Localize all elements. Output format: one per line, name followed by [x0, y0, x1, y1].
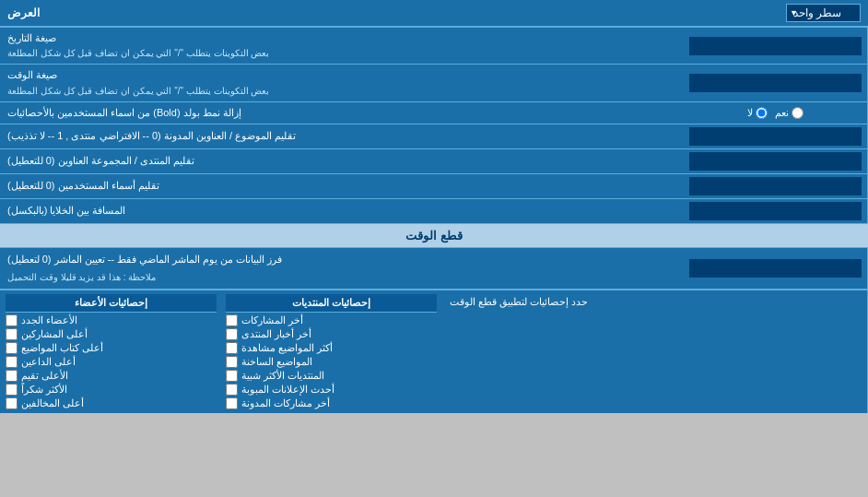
time-format-input[interactable]: H:i: [689, 74, 862, 92]
forum-limit-row: 33 تقليم المنتدى / المجموعة العناوين (0 …: [0, 149, 868, 174]
cut-time-label: فرز البيانات من يوم الماشر الماضي فقط --…: [0, 248, 684, 289]
display-select[interactable]: سطر واحد سطرين ثلاثة أسطر: [786, 4, 861, 22]
cell-spacing-input-wrapper[interactable]: 2: [684, 199, 868, 223]
checkbox-item[interactable]: أعلى الداعين: [6, 356, 217, 368]
topics-limit-input-wrapper[interactable]: 33: [684, 124, 868, 148]
checkbox-item[interactable]: المواضيع الساخنة: [226, 356, 437, 368]
checkbox-akthar-shokra[interactable]: [6, 384, 18, 396]
radio-no-label[interactable]: لا: [747, 107, 768, 119]
topics-limit-row: 33 تقليم الموضوع / العناوين المدونة (0 -…: [0, 124, 868, 149]
forum-stats-col: إحصائيات المنتديات أخر المشاركات أخر أخب…: [226, 294, 437, 409]
cut-time-input[interactable]: 0: [689, 259, 862, 278]
main-container: سطر واحد سطرين ثلاثة أسطر ▼ العرض d-m صي…: [0, 0, 868, 413]
date-format-row: d-m صيغة التاريخ بعض التكوينات يتطلب "/"…: [0, 28, 868, 65]
member-stats-col: إحصائيات الأعضاء الأعضاء الجدد أعلى المش…: [6, 294, 217, 409]
forum-limit-input[interactable]: 33: [689, 152, 862, 171]
cut-time-row: 0 فرز البيانات من يوم الماشر الماضي فقط …: [0, 248, 868, 290]
cell-spacing-row: 2 المسافة بين الخلايا (بالبكسل): [0, 199, 868, 224]
cut-time-input-wrapper[interactable]: 0: [684, 248, 868, 289]
cut-time-section-header: قطع الوقت: [0, 224, 868, 248]
checkbox-akhar-akhbar[interactable]: [226, 328, 238, 340]
checkbox-a3la-msharkeen[interactable]: [6, 328, 18, 340]
checkboxes-container: إحصائيات المنتديات أخر المشاركات أخر أخب…: [0, 290, 442, 413]
topics-limit-label: تقليم الموضوع / العناوين المدونة (0 -- ا…: [0, 124, 684, 148]
checkbox-akthar-mshahada[interactable]: [226, 342, 238, 354]
checkbox-mwadhe3-sakhina[interactable]: [226, 356, 238, 368]
topics-limit-input[interactable]: 33: [689, 127, 862, 146]
time-format-row: H:i صيغة الوقت بعض التكوينات يتطلب "/" ا…: [0, 65, 868, 101]
checkbox-a3la-kottab[interactable]: [6, 342, 18, 354]
checkbox-item[interactable]: أكثر المواضيع مشاهدة: [226, 342, 437, 354]
page-title: العرض: [7, 6, 40, 19]
checkbox-item[interactable]: أحدث الإعلانات المبوبة: [226, 384, 437, 396]
time-format-input-wrapper[interactable]: H:i: [684, 65, 868, 101]
checkbox-item[interactable]: الأعضاء الجدد: [6, 314, 217, 326]
checkbox-a3la-daaeen[interactable]: [6, 356, 18, 368]
checkbox-i3lanat[interactable]: [226, 384, 238, 396]
bold-remove-radio-group[interactable]: نعم لا: [684, 102, 868, 124]
forum-stats-title: إحصائيات المنتديات: [226, 294, 437, 313]
radio-yes[interactable]: [792, 107, 803, 119]
bold-remove-row: نعم لا إزالة نمط بولد (Bold) من اسماء ال…: [0, 102, 868, 124]
cell-spacing-label: المسافة بين الخلايا (بالبكسل): [0, 199, 684, 223]
bold-remove-label: إزالة نمط بولد (Bold) من اسماء المستخدمي…: [0, 102, 684, 124]
checkbox-a3da-jdd[interactable]: [6, 314, 18, 326]
radio-yes-label[interactable]: نعم: [775, 107, 803, 119]
checkbox-item[interactable]: الأعلى تقيم: [6, 370, 217, 382]
checkbox-item[interactable]: أخر أخبار المنتدى: [226, 328, 437, 340]
date-format-input[interactable]: d-m: [689, 37, 862, 55]
time-format-label: صيغة الوقت بعض التكوينات يتطلب "/" التي …: [0, 65, 684, 101]
stats-section: حدد إحصائيات لتطبيق قطع الوقت إحصائيات ا…: [0, 290, 868, 413]
date-format-label: صيغة التاريخ بعض التكوينات يتطلب "/" الت…: [0, 28, 684, 64]
checkbox-item[interactable]: أعلى المشاركين: [6, 328, 217, 340]
cell-spacing-input[interactable]: 2: [689, 202, 862, 220]
forum-limit-input-wrapper[interactable]: 33: [684, 149, 868, 173]
checkbox-item[interactable]: الأكثر شكراً: [6, 384, 217, 396]
checkbox-item[interactable]: المنتديات الأكثر شبية: [226, 370, 437, 382]
checkbox-msharkaat-madwana[interactable]: [226, 397, 238, 409]
date-format-input-wrapper[interactable]: d-m: [684, 28, 868, 64]
limit-stats-label: حدد إحصائيات لتطبيق قطع الوقت: [442, 290, 868, 413]
checkbox-akhar-msharkaat[interactable]: [226, 314, 238, 326]
forum-limit-label: تقليم المنتدى / المجموعة العناوين (0 للت…: [0, 149, 684, 173]
checkbox-item[interactable]: أخر المشاركات: [226, 314, 437, 326]
display-select-wrapper[interactable]: سطر واحد سطرين ثلاثة أسطر ▼: [786, 4, 861, 22]
checkbox-item[interactable]: أعلى كتاب المواضيع: [6, 342, 217, 354]
users-limit-label: تقليم أسماء المستخدمين (0 للتعطيل): [0, 174, 684, 198]
checkbox-item[interactable]: أخر مشاركات المدونة: [226, 397, 437, 409]
radio-no[interactable]: [756, 107, 768, 119]
member-stats-title: إحصائيات الأعضاء: [6, 294, 217, 313]
checkbox-a3la-mukhalefeen[interactable]: [6, 397, 18, 409]
users-limit-row: 0 تقليم أسماء المستخدمين (0 للتعطيل): [0, 174, 868, 199]
top-header: سطر واحد سطرين ثلاثة أسطر ▼ العرض: [0, 0, 868, 28]
checkbox-montadyat-shabiya[interactable]: [226, 370, 238, 382]
users-limit-input-wrapper[interactable]: 0: [684, 174, 868, 198]
users-limit-input[interactable]: 0: [689, 177, 862, 195]
checkbox-a3la-taqyeem[interactable]: [6, 370, 18, 382]
checkbox-item[interactable]: أعلى المخالفين: [6, 397, 217, 409]
